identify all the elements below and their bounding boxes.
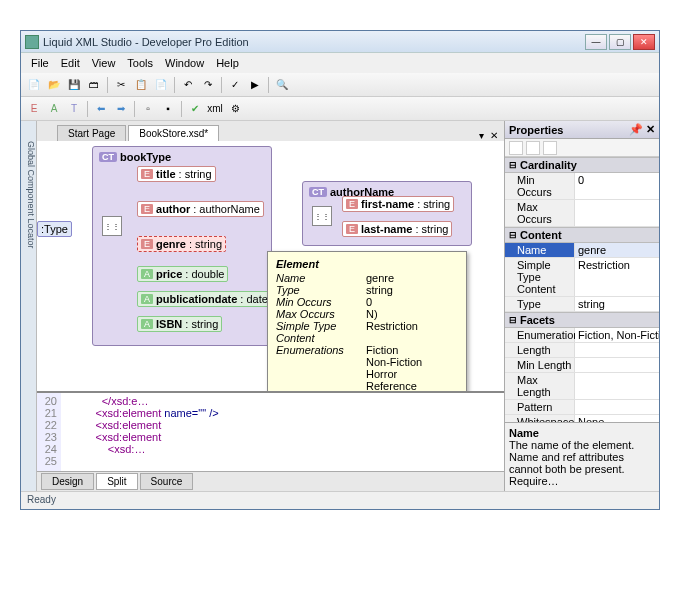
element-genre[interactable]: E genre : string [137, 236, 226, 252]
redo-icon[interactable]: ↷ [199, 76, 217, 94]
line-gutter: 202122232425 [37, 393, 61, 471]
attr-price[interactable]: A price : double [137, 266, 228, 282]
prop-stc[interactable]: Simple Type ContentRestriction [505, 258, 659, 297]
run-icon[interactable]: ▶ [246, 76, 264, 94]
tab-design[interactable]: Design [41, 473, 94, 490]
copy-icon[interactable]: 📋 [132, 76, 150, 94]
prop-type[interactable]: Typestring [505, 297, 659, 312]
element-tooltip: Element NamegenreTypestringMin Occurs0Ma… [267, 251, 467, 391]
global-component-locator-panel[interactable]: Global Component Locator [21, 121, 37, 491]
open-icon[interactable]: 📂 [45, 76, 63, 94]
paste-icon[interactable]: 📄 [152, 76, 170, 94]
app-window: Liquid XML Studio - Developer Pro Editio… [20, 30, 660, 510]
toolbar-2: E A T ⬅ ➡ ▫ ▪ ✔ xml ⚙ [21, 97, 659, 121]
alpha-icon[interactable] [526, 141, 540, 155]
categorize-icon[interactable] [509, 141, 523, 155]
properties-header[interactable]: Properties 📌✕ [505, 121, 659, 139]
tab-source[interactable]: Source [140, 473, 194, 490]
prop-info-icon[interactable] [543, 141, 557, 155]
close-button[interactable]: ✕ [633, 34, 655, 50]
sequence-icon-2[interactable]: ⋮⋮ [312, 206, 332, 226]
back-icon[interactable]: ⬅ [92, 100, 110, 118]
code-pane[interactable]: 202122232425 </xsd:e… <xsd:element name=… [37, 391, 504, 471]
expand-icon[interactable]: ▪ [159, 100, 177, 118]
maximize-button[interactable]: ▢ [609, 34, 631, 50]
element-firstname[interactable]: E first-name : string [342, 196, 454, 212]
tab-split[interactable]: Split [96, 473, 137, 490]
minimize-button[interactable]: — [585, 34, 607, 50]
menu-window[interactable]: Window [159, 55, 210, 71]
attr-isbn[interactable]: A ISBN : string [137, 316, 222, 332]
element-lastname[interactable]: E last-name : string [342, 221, 452, 237]
element-title[interactable]: E title : string [137, 166, 216, 182]
menubar: File Edit View Tools Window Help [21, 53, 659, 73]
menu-file[interactable]: File [25, 55, 55, 71]
new-icon[interactable]: 📄 [25, 76, 43, 94]
app-icon [25, 35, 39, 49]
forward-icon[interactable]: ➡ [112, 100, 130, 118]
sequence-icon[interactable]: ⋮⋮ [102, 216, 122, 236]
check-icon[interactable]: ✔ [186, 100, 204, 118]
prop-maxoccurs[interactable]: Max Occurs [505, 200, 659, 227]
tab-dropdown-icon[interactable]: ▾ [477, 130, 486, 141]
element-author[interactable]: E author : authorName [137, 201, 264, 217]
statusbar: Ready [21, 491, 659, 509]
prop-minlen[interactable]: Min Length [505, 358, 659, 373]
menu-edit[interactable]: Edit [55, 55, 86, 71]
menu-view[interactable]: View [86, 55, 122, 71]
prop-enum[interactable]: EnumerationsFiction, Non-Ficti [505, 328, 659, 343]
property-grid[interactable]: Cardinality Min Occurs0 Max Occurs Conte… [505, 157, 659, 422]
undo-icon[interactable]: ↶ [179, 76, 197, 94]
document-tabs: Start Page BookStore.xsd* ▾ ✕ [37, 121, 504, 141]
pin-icon[interactable]: 📌 [629, 123, 643, 136]
saveall-icon[interactable]: 🗃 [85, 76, 103, 94]
attr-pubdate[interactable]: A publicationdate : date [137, 291, 272, 307]
prop-length[interactable]: Length [505, 343, 659, 358]
window-title: Liquid XML Studio - Developer Pro Editio… [43, 36, 583, 48]
code-text[interactable]: </xsd:e… <xsd:element name="" /> <xsd:el… [61, 393, 504, 471]
xml-icon[interactable]: xml [206, 100, 224, 118]
cat-cardinality[interactable]: Cardinality [505, 157, 659, 173]
root-type[interactable]: :Type [37, 221, 72, 237]
menu-tools[interactable]: Tools [121, 55, 159, 71]
view-tabs: Design Split Source [37, 471, 504, 491]
prop-pattern[interactable]: Pattern [505, 400, 659, 415]
menu-help[interactable]: Help [210, 55, 245, 71]
panel-close-icon[interactable]: ✕ [646, 123, 655, 136]
prop-maxlen[interactable]: Max Length [505, 373, 659, 400]
cut-icon[interactable]: ✂ [112, 76, 130, 94]
attribute-icon[interactable]: A [45, 100, 63, 118]
collapse-icon[interactable]: ▫ [139, 100, 157, 118]
type-icon[interactable]: T [65, 100, 83, 118]
properties-toolbar [505, 139, 659, 157]
titlebar[interactable]: Liquid XML Studio - Developer Pro Editio… [21, 31, 659, 53]
properties-panel: Properties 📌✕ Cardinality Min Occurs0 Ma… [504, 121, 659, 491]
prop-minoccurs[interactable]: Min Occurs0 [505, 173, 659, 200]
tab-close-icon[interactable]: ✕ [488, 130, 500, 141]
cat-facets[interactable]: Facets [505, 312, 659, 328]
validate-icon[interactable]: ✓ [226, 76, 244, 94]
tab-startpage[interactable]: Start Page [57, 125, 126, 141]
prop-white[interactable]: WhitespaceNone [505, 415, 659, 422]
schema-diagram[interactable]: :Type CTbookType ⋮⋮ E title : string E a… [37, 141, 504, 391]
save-icon[interactable]: 💾 [65, 76, 83, 94]
cat-content[interactable]: Content [505, 227, 659, 243]
settings-icon[interactable]: ⚙ [226, 100, 244, 118]
tab-bookstore[interactable]: BookStore.xsd* [128, 125, 219, 141]
toolbar-1: 📄 📂 💾 🗃 ✂ 📋 📄 ↶ ↷ ✓ ▶ 🔍 [21, 73, 659, 97]
element-icon[interactable]: E [25, 100, 43, 118]
find-icon[interactable]: 🔍 [273, 76, 291, 94]
property-description: Name The name of the element. Name and r… [505, 422, 659, 491]
prop-name[interactable]: Namegenre [505, 243, 659, 258]
